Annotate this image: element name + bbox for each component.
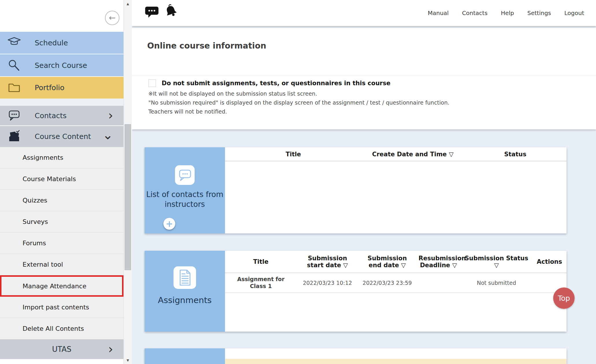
col-submission-start-sortable[interactable]: Submission start date ▽ [297, 255, 358, 269]
sidebar-divider [0, 99, 123, 106]
top-nav: Manual Contacts Help Settings Logout [428, 0, 584, 26]
next-section-white-strip [225, 348, 567, 359]
assignments-card: Assignments Title Submission start date … [145, 251, 567, 332]
cell-start-date: 2022/03/23 10:12 [297, 280, 358, 286]
top-header: Manual Contacts Help Settings Logout [132, 0, 596, 26]
sidebar-subitem-course-materials[interactable]: Course Materials [0, 168, 123, 190]
sidebar-subitem-label: External tool [23, 261, 63, 268]
sidebar-collapse-button[interactable]: ← [105, 11, 119, 25]
nav-manual[interactable]: Manual [428, 10, 449, 16]
sidebar-item-search-course[interactable]: Search Course [0, 54, 123, 77]
contacts-panel-label: List of contacts from instructors [145, 190, 225, 209]
sidebar-item-utas[interactable]: UTAS › [0, 339, 123, 359]
chevron-down-icon: ⌄ [102, 129, 113, 141]
sidebar-subitem-quizzes[interactable]: Quizzes [0, 190, 123, 211]
col-submission-status-sortable[interactable]: Submission Status ▽ [461, 255, 532, 269]
sidebar-subitem-delete-all-contents[interactable]: Delete All Contents [0, 318, 123, 339]
col-actions: Actions [532, 258, 567, 265]
back-arrow-icon: ← [109, 14, 115, 22]
plus-icon: + [166, 220, 173, 228]
add-contact-button[interactable]: + [163, 218, 175, 230]
col-resubmission-sortable[interactable]: Resubmission Deadline ▽ [416, 255, 461, 269]
assignments-panel-label: Assignments [158, 295, 212, 305]
contacts-table-header: Title Create Date and Time ▽ Status [225, 147, 567, 161]
scroll-to-top-button[interactable]: Top [553, 287, 575, 309]
sidebar-subitem-assignments[interactable]: Assignments [0, 147, 123, 168]
lms-screen: ← Schedule Search Course [0, 0, 596, 364]
notification-bell-icon[interactable] [163, 3, 179, 19]
sidebar-subitem-label: Forums [23, 239, 46, 247]
contacts-card: List of contacts from instructors + Titl… [145, 147, 567, 233]
note-line: Teachers will not be notified. [148, 107, 449, 116]
note-line: ※It will not be displayed on the submiss… [148, 89, 449, 98]
sidebar-item-schedule[interactable]: Schedule [0, 32, 123, 54]
scroll-down-icon[interactable]: ▼ [124, 357, 132, 363]
contacts-table: Title Create Date and Time ▽ Status [225, 147, 567, 233]
next-section-card [145, 348, 567, 364]
nav-help[interactable]: Help [501, 10, 514, 16]
no-submit-option: Do not submit assignments, tests, or que… [148, 79, 390, 87]
chevron-right-icon: › [108, 109, 113, 122]
graduation-cap-icon [7, 36, 21, 50]
sidebar-subitem-label: Manage Attendance [23, 283, 86, 290]
col-submission-end-sortable[interactable]: Submission end date ▽ [358, 255, 416, 269]
course-box-icon [7, 129, 21, 144]
scroll-up-icon[interactable]: ▲ [124, 1, 132, 7]
assignments-table: Title Submission start date ▽ Submission… [225, 251, 567, 332]
scrollbar-thumb[interactable] [125, 124, 131, 270]
col-title: Title [225, 151, 361, 158]
sidebar-subitem-surveys[interactable]: Surveys [0, 211, 123, 233]
cell-status: Not submitted [461, 280, 532, 286]
sidebar-subitem-import-past-contents[interactable]: Import past contents [0, 297, 123, 318]
sidebar-subitem-forums[interactable]: Forums [0, 233, 123, 254]
content-area: List of contacts from instructors + Titl… [132, 129, 596, 364]
cell-end-date: 2022/03/23 23:59 [358, 280, 416, 286]
sidebar: ← Schedule Search Course [0, 0, 123, 364]
magnifier-icon [7, 58, 21, 73]
speech-bubble-icon [7, 108, 21, 123]
no-submit-label[interactable]: Do not submit assignments, tests, or que… [162, 80, 390, 87]
sidebar-header: ← [0, 0, 123, 32]
divider [132, 76, 596, 76]
folder-icon [7, 81, 21, 95]
assignments-table-header: Title Submission start date ▽ Submission… [225, 251, 567, 273]
col-status: Status [464, 151, 567, 158]
sidebar-item-label: UTAS [52, 345, 71, 354]
sidebar-subitem-label: Course Materials [23, 175, 76, 183]
sidebar-item-label: Contacts [35, 112, 67, 120]
sidebar-subitem-label: Surveys [23, 218, 48, 225]
main-area: Manual Contacts Help Settings Logout Onl… [132, 0, 596, 364]
assignment-row: Assignment for Class 1 2022/03/23 10:12 … [225, 273, 567, 293]
sidebar-subitem-label: Assignments [23, 154, 63, 161]
no-submit-checkbox[interactable] [148, 79, 156, 87]
sidebar-item-label: Schedule [35, 39, 68, 47]
document-icon [174, 266, 196, 289]
nav-logout[interactable]: Logout [564, 10, 584, 16]
course-info-panel: Online course information Do not submit … [132, 28, 596, 129]
note-line: "No submission required" is displayed on… [148, 98, 449, 107]
sidebar-subitem-label: Delete All Contents [23, 325, 84, 332]
sidebar-subitem-label: Import past contents [23, 304, 89, 311]
sidebar-item-label: Course Content [35, 132, 91, 141]
top-button-label: Top [558, 294, 570, 302]
col-create-date-sortable[interactable]: Create Date and Time ▽ [361, 151, 464, 158]
sidebar-item-label: Portfolio [35, 83, 64, 92]
nav-contacts[interactable]: Contacts [462, 10, 488, 16]
sidebar-scrollbar[interactable]: ▲ ▼ [123, 0, 132, 364]
chevron-right-icon: › [108, 343, 113, 355]
col-title: Title [225, 258, 297, 265]
next-section-notice-bar [225, 359, 567, 364]
messages-icon[interactable] [145, 6, 159, 19]
next-section-body [225, 348, 567, 364]
speech-bubble-icon [175, 165, 195, 185]
cell-title: Assignment for Class 1 [225, 276, 297, 290]
sidebar-item-label: Search Course [35, 61, 87, 70]
sidebar-subitem-external-tool[interactable]: External tool [0, 254, 123, 275]
notes-block: ※It will not be displayed on the submiss… [148, 89, 449, 116]
sidebar-item-contacts[interactable]: Contacts › [0, 106, 123, 126]
sidebar-item-portfolio[interactable]: Portfolio [0, 77, 123, 99]
sidebar-subitem-manage-attendance[interactable]: Manage Attendance [0, 275, 123, 297]
assignments-panel: Assignments [145, 251, 225, 332]
nav-settings[interactable]: Settings [527, 10, 551, 16]
sidebar-item-course-content[interactable]: Course Content ⌄ [0, 126, 123, 147]
